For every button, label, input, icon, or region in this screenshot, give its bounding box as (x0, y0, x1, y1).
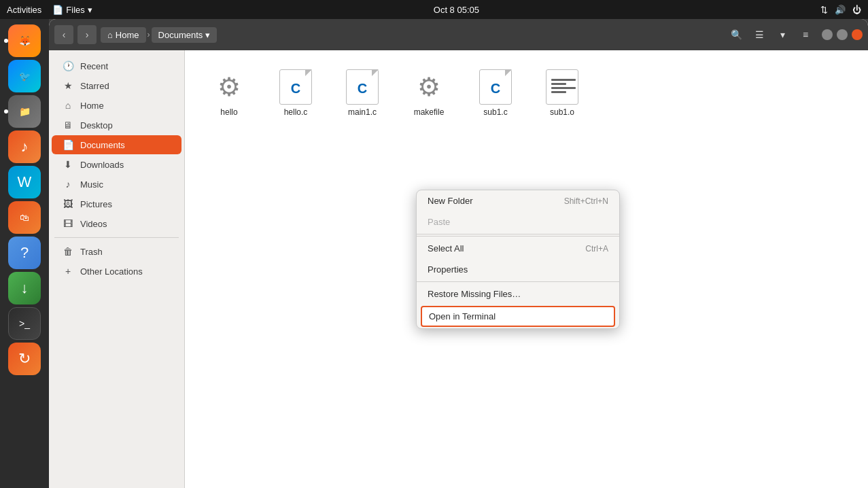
sidebar-label-recent: Recent (80, 61, 108, 71)
context-menu-item-open-terminal[interactable]: Open in Terminal (421, 306, 615, 327)
sidebar-label-pictures: Pictures (80, 199, 112, 209)
network-icon: ⇅ (820, 5, 828, 15)
sidebar-separator (54, 237, 179, 238)
search-button[interactable]: 🔍 (727, 25, 746, 44)
c-file-icon: C (345, 69, 380, 105)
context-menu-shortcut-select-all: Ctrl+A (585, 244, 608, 254)
context-menu-separator (417, 236, 619, 237)
gear-icon: ⚙ (411, 69, 447, 105)
context-menu-label-properties: Properties (428, 264, 468, 275)
sidebar-item-recent[interactable]: 🕐Recent (52, 56, 181, 75)
sidebar-item-music[interactable]: ♪Music (52, 175, 181, 194)
back-button[interactable]: ‹ (54, 25, 73, 44)
home-icon: ⌂ (107, 30, 113, 40)
context-menu-label-paste: Paste (428, 217, 450, 227)
sidebar-item-other-locations[interactable]: +Other Locations (52, 262, 181, 281)
sidebar-icon-starred: ★ (63, 80, 73, 91)
sidebar-item-downloads[interactable]: ⬇Downloads (52, 155, 181, 174)
taskbar: 🦊🐦📁♪W🛍?↓>_↻ (0, 19, 49, 488)
context-menu-item-select-all[interactable]: Select AllCtrl+A (417, 238, 619, 259)
file-item-hello[interactable]: ⚙hello (198, 64, 260, 122)
menu-button[interactable]: ≡ (796, 25, 815, 44)
file-item-sub1.c[interactable]: C sub1.c (465, 64, 526, 122)
sidebar-label-desktop: Desktop (80, 120, 113, 130)
file-name: hello (220, 107, 237, 117)
context-menu: New FolderShift+Ctrl+NPasteSelect AllCtr… (416, 190, 620, 329)
sidebar-icon-home: ⌂ (63, 100, 73, 111)
header: ‹ › ⌂ Home › Documents ▾ 🔍 ☰ ▾ ≡ (49, 19, 868, 50)
context-menu-separator (417, 234, 619, 234)
context-menu-item-restore-missing[interactable]: Restore Missing Files… (417, 283, 619, 304)
gear-icon: ⚙ (211, 69, 247, 105)
volume-icon: 🔊 (835, 5, 846, 15)
sidebar-icon-other-locations: + (63, 266, 73, 277)
sidebar-icon-documents: 📄 (63, 139, 73, 150)
file-name: makefile (414, 107, 445, 117)
sidebar-label-trash: Trash (80, 247, 103, 257)
taskbar-icon-appstore[interactable]: 🛍 (8, 201, 41, 234)
file-item-sub1.o[interactable]: sub1.o (532, 64, 593, 122)
sidebar-icon-trash: 🗑 (63, 246, 73, 257)
sidebar: 🕐Recent★Starred⌂Home🖥Desktop📄Documents⬇D… (49, 50, 185, 488)
body: 🕐Recent★Starred⌂Home🖥Desktop📄Documents⬇D… (49, 50, 868, 488)
taskbar-icon-files[interactable]: 📁 (8, 95, 41, 128)
sidebar-icon-music: ♪ (63, 179, 73, 190)
context-menu-label-restore-missing: Restore Missing Files… (428, 289, 521, 299)
sidebar-icon-downloads: ⬇ (63, 159, 73, 170)
topbar-center: Oct 8 05:05 (434, 5, 479, 15)
context-menu-label-select-all: Select All (428, 243, 464, 254)
minimize-button[interactable] (822, 29, 833, 40)
taskbar-active-dot (4, 39, 8, 43)
file-name: sub1.o (550, 107, 574, 117)
sidebar-item-documents[interactable]: 📄Documents (52, 135, 181, 154)
maximize-button[interactable] (837, 29, 848, 40)
file-name: main1.c (348, 107, 377, 117)
sidebar-item-videos[interactable]: 🎞Videos (52, 214, 181, 233)
taskbar-icon-help[interactable]: ? (8, 237, 41, 269)
taskbar-icon-rhythmbox[interactable]: ♪ (8, 130, 41, 163)
sort-button[interactable]: ▾ (773, 25, 792, 44)
view-button[interactable]: ☰ (750, 25, 769, 44)
file-area[interactable]: ⚙hello C hello.c C main1.c⚙makefile C su… (185, 50, 868, 488)
breadcrumb-home[interactable]: ⌂ Home (101, 27, 146, 43)
breadcrumb-documents[interactable]: Documents ▾ (152, 27, 218, 43)
breadcrumb-dropdown-icon: ▾ (205, 30, 210, 40)
context-menu-item-paste: Paste (417, 211, 619, 232)
taskbar-icon-writer[interactable]: W (8, 166, 41, 198)
file-grid: ⚙hello C hello.c C main1.c⚙makefile C su… (198, 64, 854, 122)
breadcrumb-documents-label: Documents (158, 30, 203, 40)
taskbar-icon-thunderbird[interactable]: 🐦 (8, 60, 41, 92)
sidebar-item-pictures[interactable]: 🖼Pictures (52, 194, 181, 213)
activities-label[interactable]: Activities (7, 5, 41, 15)
file-item-main1.c[interactable]: C main1.c (332, 64, 393, 122)
c-file-icon: C (278, 69, 313, 105)
sidebar-item-home[interactable]: ⌂Home (52, 96, 181, 115)
files-menu[interactable]: 📄 Files ▾ (52, 5, 92, 15)
file-item-makefile[interactable]: ⚙makefile (398, 64, 459, 122)
sidebar-icon-recent: 🕐 (63, 60, 73, 71)
file-item-hello.c[interactable]: C hello.c (265, 64, 326, 122)
sidebar-item-starred[interactable]: ★Starred (52, 76, 181, 95)
forward-button[interactable]: › (77, 25, 97, 44)
taskbar-icon-firefox[interactable]: 🦊 (8, 24, 41, 57)
sidebar-label-music: Music (80, 179, 103, 190)
sidebar-item-desktop[interactable]: 🖥Desktop (52, 116, 181, 135)
taskbar-icon-downloader[interactable]: ↓ (8, 272, 41, 304)
sidebar-label-documents: Documents (80, 140, 125, 150)
context-menu-separator (417, 281, 619, 282)
sidebar-icon-pictures: 🖼 (63, 198, 73, 209)
sidebar-item-trash[interactable]: 🗑Trash (52, 242, 181, 261)
context-menu-item-properties[interactable]: Properties (417, 259, 619, 280)
doc-file-icon (544, 69, 580, 105)
sidebar-label-downloads: Downloads (80, 160, 124, 170)
taskbar-icon-updates[interactable]: ↻ (8, 343, 41, 375)
context-menu-item-new-folder[interactable]: New FolderShift+Ctrl+N (417, 190, 619, 211)
close-button[interactable] (852, 29, 863, 40)
datetime: Oct 8 05:05 (434, 5, 479, 15)
header-actions: 🔍 ☰ ▾ ≡ (727, 25, 815, 44)
taskbar-icon-terminal[interactable]: >_ (8, 307, 41, 340)
context-menu-label-new-folder: New Folder (428, 196, 472, 206)
sidebar-icon-desktop: 🖥 (63, 120, 73, 130)
file-name: sub1.c (483, 107, 507, 117)
sidebar-icon-videos: 🎞 (63, 218, 73, 229)
